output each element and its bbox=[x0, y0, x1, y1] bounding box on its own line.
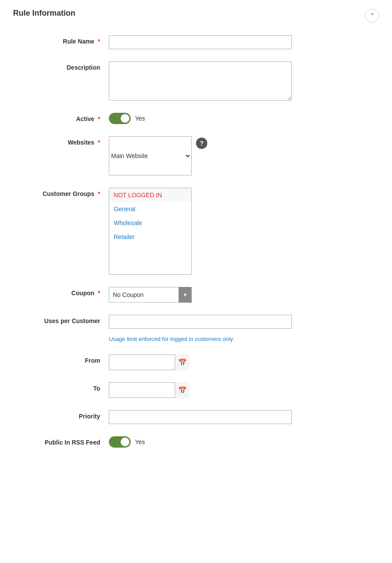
rss-feed-field: Yes bbox=[109, 436, 379, 448]
active-row: Active * Yes bbox=[13, 113, 379, 124]
coupon-select-wrapper: No Coupon Specific Coupon bbox=[109, 287, 192, 303]
coupon-select[interactable]: No Coupon Specific Coupon bbox=[109, 287, 192, 303]
rss-feed-toggle-wrapper: Yes bbox=[109, 436, 145, 448]
page-container: ⌃ Rule Information Rule Name * Descripti… bbox=[0, 0, 392, 469]
rule-name-row: Rule Name * bbox=[13, 35, 379, 49]
section-title: Rule Information bbox=[13, 9, 379, 22]
priority-input[interactable] bbox=[109, 410, 292, 424]
description-row: Description bbox=[13, 61, 379, 101]
active-toggle[interactable] bbox=[109, 113, 131, 124]
coupon-row: Coupon * No Coupon Specific Coupon bbox=[13, 287, 379, 303]
active-label: Active * bbox=[13, 113, 109, 122]
customer-groups-field: NOT LOGGED IN General Wholesale Retailer bbox=[109, 188, 379, 275]
cg-option-retailer: Retailer bbox=[109, 230, 191, 244]
to-label: To bbox=[13, 382, 109, 392]
from-calendar-icon[interactable]: 📅 bbox=[175, 354, 189, 370]
cg-option-not-logged-in: NOT LOGGED IN bbox=[109, 188, 191, 202]
websites-row: Websites * Main Website ? bbox=[13, 136, 379, 175]
customer-groups-row: Customer Groups * NOT LOGGED IN General … bbox=[13, 188, 379, 275]
uses-per-customer-label: Uses per Customer bbox=[13, 315, 109, 324]
rule-name-input[interactable] bbox=[109, 35, 292, 49]
active-slider bbox=[109, 113, 131, 124]
rule-name-required: * bbox=[98, 38, 100, 45]
customer-groups-select[interactable]: NOT LOGGED IN General Wholesale Retailer bbox=[109, 188, 192, 275]
to-field: 📅 bbox=[109, 382, 379, 398]
from-row: From 📅 bbox=[13, 354, 379, 370]
coupon-field: No Coupon Specific Coupon bbox=[109, 287, 379, 303]
from-date-wrapper: 📅 bbox=[109, 354, 189, 370]
active-toggle-wrapper: Yes bbox=[109, 113, 145, 124]
priority-row: Priority bbox=[13, 410, 379, 424]
form-container: Rule Name * Description Active * bbox=[13, 35, 379, 448]
customer-groups-label: Customer Groups * bbox=[13, 188, 109, 197]
priority-label: Priority bbox=[13, 410, 109, 420]
websites-select[interactable]: Main Website bbox=[109, 136, 192, 175]
coupon-required: * bbox=[98, 290, 100, 297]
rule-name-field bbox=[109, 35, 379, 49]
to-row: To 📅 bbox=[13, 382, 379, 398]
rss-feed-slider bbox=[109, 436, 131, 448]
to-calendar-icon[interactable]: 📅 bbox=[175, 382, 189, 398]
active-yes-label: Yes bbox=[135, 115, 145, 122]
description-label: Description bbox=[13, 61, 109, 71]
websites-help-icon[interactable]: ? bbox=[196, 138, 207, 149]
rss-feed-label: Public In RSS Feed bbox=[13, 436, 109, 446]
active-required: * bbox=[98, 115, 100, 122]
priority-field bbox=[109, 410, 379, 424]
coupon-label: Coupon * bbox=[13, 287, 109, 297]
from-label: From bbox=[13, 354, 109, 364]
cg-option-general: General bbox=[109, 202, 191, 216]
uses-per-customer-row: Uses per Customer Usage limit enforced f… bbox=[13, 315, 379, 342]
uses-per-customer-field: Usage limit enforced for logged in custo… bbox=[109, 315, 379, 342]
uses-per-customer-input[interactable] bbox=[109, 315, 292, 329]
websites-required: * bbox=[98, 139, 100, 146]
to-date-wrapper: 📅 bbox=[109, 382, 189, 398]
collapse-button[interactable]: ⌃ bbox=[365, 9, 379, 23]
websites-label: Websites * bbox=[13, 136, 109, 146]
customer-groups-required: * bbox=[98, 190, 100, 197]
websites-field: Main Website ? bbox=[109, 136, 379, 175]
description-field bbox=[109, 61, 379, 101]
from-field: 📅 bbox=[109, 354, 379, 370]
description-input[interactable] bbox=[109, 61, 292, 101]
rss-feed-toggle[interactable] bbox=[109, 436, 131, 448]
rss-feed-row: Public In RSS Feed Yes bbox=[13, 436, 379, 448]
uses-per-customer-note: Usage limit enforced for logged in custo… bbox=[109, 336, 234, 342]
active-field: Yes bbox=[109, 113, 379, 124]
rule-name-label: Rule Name * bbox=[13, 35, 109, 45]
cg-option-wholesale: Wholesale bbox=[109, 216, 191, 230]
rss-feed-yes-label: Yes bbox=[135, 438, 145, 445]
